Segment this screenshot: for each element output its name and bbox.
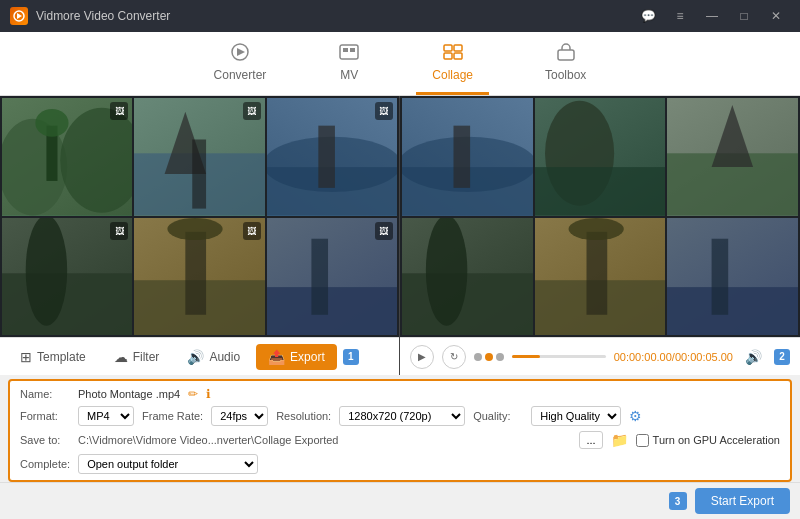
gpu-checkbox[interactable]: Turn on GPU Acceleration xyxy=(636,434,780,447)
filter-icon: ☁ xyxy=(114,349,128,365)
nav-mv-label: MV xyxy=(340,68,358,82)
quality-settings-icon[interactable]: ⚙ xyxy=(629,408,642,424)
cell-3-overlay: 🖼 xyxy=(375,102,393,120)
chat-button[interactable]: 💬 xyxy=(634,6,662,26)
menu-button[interactable]: ≡ xyxy=(666,6,694,26)
svg-rect-20 xyxy=(193,139,207,208)
format-label: Format: xyxy=(20,410,70,422)
nav-mv[interactable]: MV xyxy=(322,37,376,95)
maximize-button[interactable]: □ xyxy=(730,6,758,26)
photo-cell-5[interactable]: 🖼 xyxy=(134,218,264,336)
framerate-select[interactable]: 24fps 30fps 60fps xyxy=(211,406,268,426)
browse-dots-button[interactable]: ... xyxy=(579,431,602,449)
complete-label: Complete: xyxy=(20,458,70,470)
nav-converter[interactable]: Converter xyxy=(198,37,283,95)
edit-icon[interactable]: ✏ xyxy=(188,387,198,401)
dot-3 xyxy=(496,353,504,361)
template-label: Template xyxy=(37,350,86,364)
right-photo-cell-3[interactable] xyxy=(667,98,798,216)
progress-fill xyxy=(512,355,540,358)
resolution-select[interactable]: 1280x720 (720p) 1920x1080 (1080p) xyxy=(339,406,465,426)
svg-rect-34 xyxy=(311,238,328,314)
photo-cell-3[interactable]: 🖼 xyxy=(267,98,397,216)
folder-icon[interactable]: 📁 xyxy=(611,432,628,448)
export-icon: 📤 xyxy=(268,349,285,365)
svg-rect-30 xyxy=(186,231,207,314)
settings-box: Name: Photo Montage .mp4 ✏ ℹ Format: MP4… xyxy=(8,379,792,482)
right-section: ▶ ↻ 00:00:00.00/00:00:05.00 🔊 2 xyxy=(400,96,800,375)
svg-rect-53 xyxy=(667,287,798,335)
toolbox-icon xyxy=(555,43,577,64)
progress-bar[interactable] xyxy=(512,355,606,358)
template-tab[interactable]: ⊞ Template xyxy=(8,344,98,370)
nav-converter-label: Converter xyxy=(214,68,267,82)
svg-rect-24 xyxy=(318,126,335,188)
photo-cell-4[interactable]: 🖼 xyxy=(2,218,132,336)
dot-1 xyxy=(474,353,482,361)
svg-rect-46 xyxy=(402,273,533,335)
format-select[interactable]: MP4 MOV AVI xyxy=(78,406,134,426)
framerate-label: Frame Rate: xyxy=(142,410,203,422)
cell-4-overlay: 🖼 xyxy=(110,222,128,240)
cell-5-overlay: 🖼 xyxy=(243,222,261,240)
svg-marker-3 xyxy=(237,48,245,56)
photo-cell-2[interactable]: 🖼 xyxy=(134,98,264,216)
info-icon[interactable]: ℹ xyxy=(206,387,211,401)
time-display: 00:00:00.00/00:00:05.00 xyxy=(614,351,733,363)
right-photo-cell-1[interactable] xyxy=(402,98,533,216)
photo-cell-6[interactable]: 🖼 xyxy=(267,218,397,336)
cell-1-overlay: 🖼 xyxy=(110,102,128,120)
cell-2-overlay: 🖼 xyxy=(243,102,261,120)
right-photo-cell-2[interactable] xyxy=(535,98,666,216)
svg-rect-54 xyxy=(712,238,729,314)
volume-button[interactable]: 🔊 xyxy=(745,349,762,365)
step-2-badge: 2 xyxy=(774,349,790,365)
audio-tab[interactable]: 🔊 Audio xyxy=(175,344,252,370)
name-row: Name: Photo Montage .mp4 ✏ ℹ xyxy=(20,387,780,401)
filter-tab[interactable]: ☁ Filter xyxy=(102,344,172,370)
left-photo-grid: 🖼 🖼 xyxy=(0,96,399,337)
svg-rect-41 xyxy=(535,167,666,215)
app-icon xyxy=(10,7,28,25)
play-button[interactable]: ▶ xyxy=(410,345,434,369)
collage-icon xyxy=(442,43,464,64)
svg-rect-6 xyxy=(350,48,355,52)
app-title: Vidmore Video Converter xyxy=(36,9,634,23)
svg-rect-26 xyxy=(2,273,132,335)
cell-6-overlay: 🖼 xyxy=(375,222,393,240)
nav-toolbox[interactable]: Toolbox xyxy=(529,37,602,95)
right-photo-cell-5[interactable] xyxy=(535,218,666,336)
template-icon: ⊞ xyxy=(20,349,32,365)
svg-rect-9 xyxy=(444,53,452,59)
window-controls: 💬 ≡ — □ ✕ xyxy=(634,6,790,26)
close-button[interactable]: ✕ xyxy=(762,6,790,26)
complete-select[interactable]: Open output folder Do nothing xyxy=(78,454,258,474)
start-export-button[interactable]: Start Export xyxy=(695,488,790,514)
svg-point-16 xyxy=(35,109,68,137)
minimize-button[interactable]: — xyxy=(698,6,726,26)
quality-select[interactable]: High Quality Medium Low xyxy=(531,406,621,426)
right-photo-cell-4[interactable] xyxy=(402,218,533,336)
filter-label: Filter xyxy=(133,350,160,364)
audio-label: Audio xyxy=(209,350,240,364)
svg-rect-10 xyxy=(454,53,462,59)
svg-point-27 xyxy=(26,218,67,326)
svg-rect-50 xyxy=(586,231,607,314)
export-tab[interactable]: 📤 Export xyxy=(256,344,337,370)
photo-cell-1[interactable]: 🖼 xyxy=(2,98,132,216)
loop-button[interactable]: ↻ xyxy=(442,345,466,369)
saveto-row: Save to: C:\Vidmore\Vidmore Video...nver… xyxy=(20,431,780,449)
svg-rect-38 xyxy=(454,126,471,188)
audio-icon: 🔊 xyxy=(187,349,204,365)
saveto-label: Save to: xyxy=(20,434,70,446)
svg-rect-4 xyxy=(340,45,358,59)
gpu-label: Turn on GPU Acceleration xyxy=(653,434,780,446)
export-label: Export xyxy=(290,350,325,364)
dot-2 xyxy=(485,353,493,361)
right-photo-cell-6[interactable] xyxy=(667,218,798,336)
svg-rect-5 xyxy=(343,48,348,52)
gpu-checkbox-input[interactable] xyxy=(636,434,649,447)
saveto-path: C:\Vidmore\Vidmore Video...nverter\Colla… xyxy=(78,434,571,446)
name-label: Name: xyxy=(20,388,70,400)
nav-collage[interactable]: Collage xyxy=(416,37,489,95)
